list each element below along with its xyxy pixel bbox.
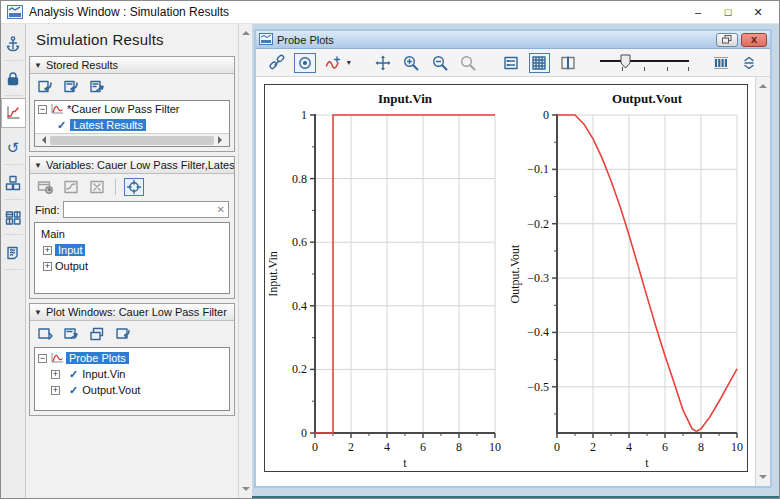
minimize-icon[interactable]: – [683, 6, 713, 18]
add-curve-button[interactable] [323, 53, 344, 73]
hscroll-thumb[interactable] [50, 136, 214, 145]
slider-track[interactable] [600, 60, 689, 62]
probe-window-titlebar[interactable]: Probe Plots X [256, 31, 770, 49]
plot-variable-button[interactable] [61, 178, 81, 196]
scroll-up-icon[interactable] [242, 27, 250, 35]
cursor-line-button[interactable] [557, 53, 578, 73]
analysis-window: Analysis Window : Simulation Results – □… [0, 0, 780, 499]
expander-icon[interactable]: − [38, 354, 47, 363]
variables-header[interactable]: ▼ Variables: Cauer Low Pass Filter,Lates… [30, 157, 234, 174]
plot-windows-header[interactable]: ▼ Plot Windows: Cauer Low Pass Filter [30, 304, 234, 321]
svg-text:6: 6 [420, 440, 426, 454]
refresh-icon: ↺ [7, 140, 20, 155]
scroll-left-icon[interactable] [38, 136, 46, 144]
find-label: Find: [35, 204, 59, 216]
find-input[interactable] [67, 203, 216, 217]
link-plots-button[interactable] [266, 53, 287, 73]
collapse-triangle-icon: ▼ [34, 308, 42, 317]
left-toolbar: ↺ [1, 24, 26, 498]
fit-vertical-button[interactable] [739, 53, 760, 73]
axes-settings-button[interactable] [87, 178, 107, 196]
rerun-simulation-button[interactable]: ↺ [1, 130, 26, 165]
output-vout-row[interactable]: + ✓ Output.Vout [35, 382, 229, 398]
time-slider[interactable] [600, 53, 689, 73]
scroll-down-icon[interactable] [759, 475, 767, 483]
export-result-button[interactable] [87, 78, 107, 96]
legend-button[interactable] [500, 53, 521, 73]
plot-windows-toolbar [30, 321, 234, 346]
input-variable-row[interactable]: + Input [35, 242, 229, 258]
stored-results-toolbar [30, 74, 234, 99]
svg-text:−0.5: −0.5 [527, 380, 549, 394]
svg-text:10: 10 [489, 440, 501, 454]
panel-vscrollbar[interactable] [238, 24, 252, 498]
stored-result-root-row[interactable]: − *Cauer Low Pass Filter [35, 101, 229, 117]
latest-results-row[interactable]: ✓ Latest Results [35, 117, 229, 133]
maximize-icon[interactable]: □ [713, 6, 743, 18]
svg-text:2: 2 [590, 440, 596, 454]
save-all-results-button[interactable] [61, 78, 81, 96]
expander-icon[interactable]: + [51, 370, 60, 379]
zoom-in-button[interactable] [401, 53, 422, 73]
variables-root-row[interactable]: Main [35, 226, 229, 242]
pan-button[interactable] [373, 53, 394, 73]
slider-ticks [600, 67, 689, 71]
grid-toggle-button[interactable] [529, 53, 550, 73]
variables-section: ▼ Variables: Cauer Low Pass Filter,Lates… [29, 156, 235, 299]
zoom-in-icon [402, 54, 420, 72]
collapse-triangle-icon: ▼ [34, 161, 42, 170]
expander-icon[interactable]: − [38, 105, 47, 114]
model-components-button[interactable] [1, 165, 26, 200]
input-variable-label: Input [55, 244, 85, 256]
variables-toolbar [30, 174, 234, 199]
new-plot-window-button[interactable] [35, 325, 55, 343]
expander-icon[interactable]: + [43, 246, 52, 255]
chart-input-vin[interactable]: 024681000.20.40.60.81Input.VintInput.Vin [265, 87, 507, 473]
expander-icon[interactable]: + [51, 386, 60, 395]
svg-text:4: 4 [626, 440, 632, 454]
animation-frames-button[interactable] [710, 53, 731, 73]
dropdown-arrow-icon[interactable]: ▾ [347, 58, 351, 67]
plot-vscrollbar[interactable] [755, 77, 770, 486]
duplicate-plot-window-button[interactable] [87, 325, 107, 343]
plot-canvas: 024681000.20.40.60.81Input.VintInput.Vin… [264, 84, 748, 472]
svg-text:−0.3: −0.3 [527, 271, 549, 285]
report-document-button[interactable] [1, 235, 26, 270]
stored-result-label: *Cauer Low Pass Filter [67, 103, 180, 115]
close-window-button[interactable]: X [741, 33, 767, 47]
simulation-results-tab[interactable] [1, 98, 26, 128]
probe-mode-button[interactable] [124, 178, 144, 196]
svg-text:t: t [403, 456, 407, 470]
output-vout-label: Output.Vout [82, 384, 140, 396]
zoom-reset-button[interactable] [457, 53, 478, 73]
datasets-button[interactable] [1, 200, 26, 235]
zoom-out-button[interactable] [429, 53, 450, 73]
edit-plot-window-button[interactable] [61, 325, 81, 343]
restore-window-button[interactable] [716, 33, 738, 47]
chart-output-vout[interactable]: 02468100−0.1−0.2−0.3−0.4−0.5Output.Voutt… [507, 87, 749, 473]
output-variable-row[interactable]: + Output [35, 258, 229, 274]
fit-vertical-icon [740, 54, 758, 72]
scroll-up-icon[interactable] [759, 80, 767, 88]
save-result-icon [36, 78, 54, 96]
zoom-reset-icon [459, 54, 477, 72]
stored-results-hscrollbar[interactable] [35, 133, 229, 146]
clear-search-icon[interactable]: ✕ [217, 204, 225, 215]
simulation-results-panel: Simulation Results ▼ Stored Results [26, 24, 238, 498]
mdi-area: Probe Plots X ▾ [252, 24, 779, 498]
scroll-right-icon[interactable] [218, 136, 226, 144]
input-vin-row[interactable]: + ✓ Input.Vin [35, 366, 229, 382]
point-probe-button[interactable] [294, 53, 315, 73]
scroll-down-icon[interactable] [242, 487, 250, 495]
probe-plots-row[interactable]: − Probe Plots [35, 350, 229, 366]
close-icon[interactable]: ✕ [743, 6, 773, 19]
pin-panel-button[interactable] [1, 26, 26, 61]
app-icon [7, 5, 23, 19]
show-values-button[interactable] [35, 178, 55, 196]
lock-button[interactable] [1, 61, 26, 96]
grid-icon [530, 54, 548, 72]
expander-icon[interactable]: + [43, 262, 52, 271]
save-result-button[interactable] [35, 78, 55, 96]
stored-results-header[interactable]: ▼ Stored Results [30, 57, 234, 74]
refresh-plot-window-button[interactable] [113, 325, 133, 343]
